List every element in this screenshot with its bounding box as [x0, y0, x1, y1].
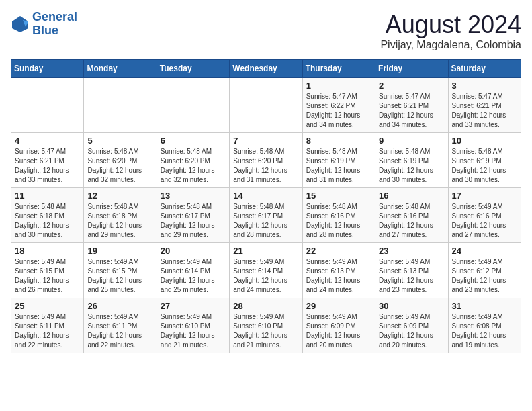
day-info: Sunrise: 5:47 AM Sunset: 6:21 PM Dayligh…	[452, 92, 517, 130]
day-of-week-header: Friday	[375, 60, 448, 78]
day-info: Sunrise: 5:48 AM Sunset: 6:16 PM Dayligh…	[306, 202, 371, 240]
day-number: 2	[379, 81, 444, 91]
day-number: 16	[379, 191, 444, 201]
calendar-week-row: 1Sunrise: 5:47 AM Sunset: 6:22 PM Daylig…	[11, 78, 521, 133]
calendar-cell: 30Sunrise: 5:49 AM Sunset: 6:09 PM Dayli…	[375, 298, 448, 353]
day-number: 31	[452, 301, 517, 311]
calendar-cell: 7Sunrise: 5:48 AM Sunset: 6:20 PM Daylig…	[230, 133, 302, 188]
day-info: Sunrise: 5:48 AM Sunset: 6:20 PM Dayligh…	[87, 147, 152, 185]
day-info: Sunrise: 5:49 AM Sunset: 6:09 PM Dayligh…	[379, 312, 444, 350]
day-number: 21	[233, 246, 298, 256]
location: Pivijay, Magdalena, Colombia	[380, 39, 521, 51]
logo-icon	[11, 15, 30, 34]
day-info: Sunrise: 5:49 AM Sunset: 6:10 PM Dayligh…	[161, 312, 226, 350]
calendar-cell: 13Sunrise: 5:48 AM Sunset: 6:17 PM Dayli…	[157, 188, 229, 243]
day-info: Sunrise: 5:48 AM Sunset: 6:17 PM Dayligh…	[233, 202, 298, 240]
calendar-cell: 18Sunrise: 5:49 AM Sunset: 6:15 PM Dayli…	[11, 243, 84, 298]
day-number: 29	[306, 301, 371, 311]
calendar-cell: 29Sunrise: 5:49 AM Sunset: 6:09 PM Dayli…	[302, 298, 375, 353]
day-number: 11	[15, 191, 80, 201]
day-number: 27	[161, 301, 226, 311]
day-number: 20	[161, 246, 226, 256]
calendar-cell: 15Sunrise: 5:48 AM Sunset: 6:16 PM Dayli…	[302, 188, 375, 243]
calendar-header-row: SundayMondayTuesdayWednesdayThursdayFrid…	[11, 60, 521, 78]
calendar-cell	[11, 78, 84, 133]
calendar-cell	[84, 78, 157, 133]
logo: General Blue	[11, 11, 77, 38]
calendar-cell: 4Sunrise: 5:47 AM Sunset: 6:21 PM Daylig…	[11, 133, 84, 188]
calendar-cell: 27Sunrise: 5:49 AM Sunset: 6:10 PM Dayli…	[157, 298, 229, 353]
calendar-week-row: 11Sunrise: 5:48 AM Sunset: 6:18 PM Dayli…	[11, 188, 521, 243]
day-number: 24	[452, 246, 517, 256]
calendar-cell: 16Sunrise: 5:48 AM Sunset: 6:16 PM Dayli…	[375, 188, 448, 243]
day-number: 26	[87, 301, 152, 311]
day-info: Sunrise: 5:48 AM Sunset: 6:19 PM Dayligh…	[452, 147, 517, 185]
day-info: Sunrise: 5:49 AM Sunset: 6:15 PM Dayligh…	[15, 257, 80, 295]
day-number: 5	[87, 136, 152, 146]
day-number: 14	[233, 191, 298, 201]
day-info: Sunrise: 5:48 AM Sunset: 6:20 PM Dayligh…	[161, 147, 226, 185]
day-of-week-header: Wednesday	[230, 60, 302, 78]
day-info: Sunrise: 5:47 AM Sunset: 6:21 PM Dayligh…	[379, 92, 444, 130]
day-info: Sunrise: 5:48 AM Sunset: 6:16 PM Dayligh…	[379, 202, 444, 240]
calendar-cell: 6Sunrise: 5:48 AM Sunset: 6:20 PM Daylig…	[157, 133, 229, 188]
day-info: Sunrise: 5:49 AM Sunset: 6:12 PM Dayligh…	[452, 257, 517, 295]
calendar-cell: 25Sunrise: 5:49 AM Sunset: 6:11 PM Dayli…	[11, 298, 84, 353]
day-number: 6	[161, 136, 226, 146]
day-number: 9	[379, 136, 444, 146]
day-number: 19	[87, 246, 152, 256]
calendar-cell: 12Sunrise: 5:48 AM Sunset: 6:18 PM Dayli…	[84, 188, 157, 243]
day-number: 10	[452, 136, 517, 146]
day-number: 8	[306, 136, 371, 146]
calendar-cell: 19Sunrise: 5:49 AM Sunset: 6:15 PM Dayli…	[84, 243, 157, 298]
calendar-week-row: 4Sunrise: 5:47 AM Sunset: 6:21 PM Daylig…	[11, 133, 521, 188]
day-info: Sunrise: 5:49 AM Sunset: 6:10 PM Dayligh…	[233, 312, 298, 350]
calendar-cell: 24Sunrise: 5:49 AM Sunset: 6:12 PM Dayli…	[448, 243, 521, 298]
calendar-table: SundayMondayTuesdayWednesdayThursdayFrid…	[11, 59, 521, 353]
day-info: Sunrise: 5:49 AM Sunset: 6:13 PM Dayligh…	[306, 257, 371, 295]
calendar-cell: 28Sunrise: 5:49 AM Sunset: 6:10 PM Dayli…	[230, 298, 302, 353]
day-number: 12	[87, 191, 152, 201]
day-number: 4	[15, 136, 80, 146]
day-number: 18	[15, 246, 80, 256]
day-info: Sunrise: 5:49 AM Sunset: 6:14 PM Dayligh…	[161, 257, 226, 295]
day-of-week-header: Thursday	[302, 60, 375, 78]
calendar-week-row: 25Sunrise: 5:49 AM Sunset: 6:11 PM Dayli…	[11, 298, 521, 353]
calendar-cell: 31Sunrise: 5:49 AM Sunset: 6:08 PM Dayli…	[448, 298, 521, 353]
day-info: Sunrise: 5:48 AM Sunset: 6:19 PM Dayligh…	[379, 147, 444, 185]
calendar-cell: 1Sunrise: 5:47 AM Sunset: 6:22 PM Daylig…	[302, 78, 375, 133]
day-of-week-header: Tuesday	[157, 60, 229, 78]
day-info: Sunrise: 5:48 AM Sunset: 6:19 PM Dayligh…	[306, 147, 371, 185]
calendar-cell: 20Sunrise: 5:49 AM Sunset: 6:14 PM Dayli…	[157, 243, 229, 298]
day-of-week-header: Monday	[84, 60, 157, 78]
day-info: Sunrise: 5:47 AM Sunset: 6:21 PM Dayligh…	[15, 147, 80, 185]
day-info: Sunrise: 5:49 AM Sunset: 6:11 PM Dayligh…	[87, 312, 152, 350]
calendar-cell: 21Sunrise: 5:49 AM Sunset: 6:14 PM Dayli…	[230, 243, 302, 298]
day-info: Sunrise: 5:48 AM Sunset: 6:18 PM Dayligh…	[15, 202, 80, 240]
calendar-cell: 2Sunrise: 5:47 AM Sunset: 6:21 PM Daylig…	[375, 78, 448, 133]
title-block: August 2024 Pivijay, Magdalena, Colombia	[380, 11, 521, 51]
day-number: 15	[306, 191, 371, 201]
day-number: 17	[452, 191, 517, 201]
day-number: 7	[233, 136, 298, 146]
day-number: 30	[379, 301, 444, 311]
calendar-cell: 17Sunrise: 5:49 AM Sunset: 6:16 PM Dayli…	[448, 188, 521, 243]
page-header: General Blue August 2024 Pivijay, Magdal…	[11, 11, 521, 51]
calendar-cell: 14Sunrise: 5:48 AM Sunset: 6:17 PM Dayli…	[230, 188, 302, 243]
calendar-cell: 22Sunrise: 5:49 AM Sunset: 6:13 PM Dayli…	[302, 243, 375, 298]
day-info: Sunrise: 5:48 AM Sunset: 6:17 PM Dayligh…	[161, 202, 226, 240]
day-info: Sunrise: 5:49 AM Sunset: 6:09 PM Dayligh…	[306, 312, 371, 350]
day-info: Sunrise: 5:49 AM Sunset: 6:13 PM Dayligh…	[379, 257, 444, 295]
calendar-cell: 26Sunrise: 5:49 AM Sunset: 6:11 PM Dayli…	[84, 298, 157, 353]
day-info: Sunrise: 5:49 AM Sunset: 6:14 PM Dayligh…	[233, 257, 298, 295]
day-number: 28	[233, 301, 298, 311]
day-info: Sunrise: 5:47 AM Sunset: 6:22 PM Dayligh…	[306, 92, 371, 130]
day-number: 22	[306, 246, 371, 256]
calendar-cell: 3Sunrise: 5:47 AM Sunset: 6:21 PM Daylig…	[448, 78, 521, 133]
calendar-cell: 11Sunrise: 5:48 AM Sunset: 6:18 PM Dayli…	[11, 188, 84, 243]
calendar-cell: 5Sunrise: 5:48 AM Sunset: 6:20 PM Daylig…	[84, 133, 157, 188]
day-of-week-header: Sunday	[11, 60, 84, 78]
day-info: Sunrise: 5:49 AM Sunset: 6:15 PM Dayligh…	[87, 257, 152, 295]
day-number: 1	[306, 81, 371, 91]
month-year: August 2024	[380, 11, 521, 39]
